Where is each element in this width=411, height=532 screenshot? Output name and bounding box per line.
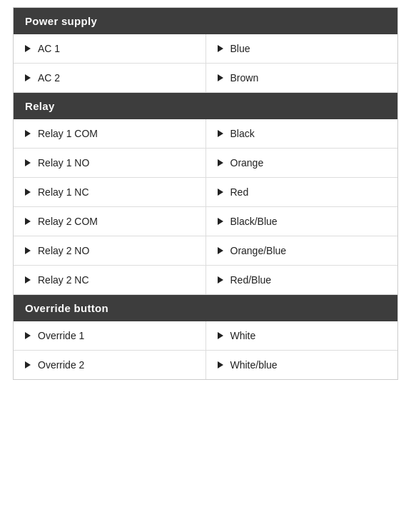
cell-left-override-button-1: Override 2	[14, 351, 206, 379]
cell-right-relay-3: Black/Blue	[206, 207, 398, 236]
cell-left-relay-0: Relay 1 COM	[14, 119, 206, 148]
cell-right-override-button-1: White/blue	[206, 351, 398, 379]
cell-value: Brown	[230, 72, 259, 84]
arrow-icon	[218, 45, 223, 52]
section-header-power-supply: Power supply	[14, 8, 397, 34]
section-header-relay: Relay	[14, 93, 397, 119]
arrow-icon	[218, 218, 223, 225]
wiring-table: Power supplyAC 1BlueAC 2BrownRelayRelay …	[13, 7, 398, 380]
table-row: Relay 1 COMBlack	[14, 119, 397, 149]
cell-left-override-button-0: Override 1	[14, 321, 206, 350]
cell-right-relay-2: Red	[206, 178, 398, 206]
cell-right-relay-0: Black	[206, 119, 398, 148]
arrow-icon	[25, 247, 31, 254]
table-row: AC 2Brown	[14, 64, 397, 93]
arrow-icon	[25, 45, 31, 52]
arrow-icon	[25, 218, 31, 225]
arrow-icon	[218, 130, 223, 137]
cell-value: Red	[230, 186, 249, 198]
cell-right-relay-4: Orange/Blue	[206, 236, 398, 265]
cell-left-relay-5: Relay 2 NC	[14, 266, 206, 294]
arrow-icon	[218, 189, 223, 196]
cell-label: Override 1	[38, 330, 84, 341]
cell-right-override-button-0: White	[206, 321, 398, 350]
arrow-icon	[25, 189, 31, 196]
table-row: Override 1White	[14, 321, 397, 351]
cell-right-power-supply-1: Brown	[206, 64, 398, 92]
cell-label: Override 2	[38, 359, 84, 371]
arrow-icon	[218, 247, 223, 254]
cell-right-power-supply-0: Blue	[206, 34, 398, 63]
table-row: Relay 2 COMBlack/Blue	[14, 207, 397, 236]
table-row: Relay 1 NOOrange	[14, 149, 397, 178]
arrow-icon	[25, 361, 31, 368]
section-header-override-button: Override button	[14, 295, 397, 321]
cell-label: Relay 2 COM	[38, 216, 98, 227]
cell-label: AC 2	[38, 72, 60, 84]
table-row: Relay 2 NCRed/Blue	[14, 266, 397, 295]
arrow-icon	[25, 159, 31, 166]
cell-value: Orange	[230, 157, 264, 169]
cell-left-relay-3: Relay 2 COM	[14, 207, 206, 236]
arrow-icon	[25, 74, 31, 81]
cell-label: Relay 2 NC	[38, 274, 89, 286]
cell-label: Relay 1 COM	[38, 128, 98, 139]
cell-label: Relay 1 NC	[38, 186, 89, 198]
arrow-icon	[218, 74, 223, 81]
cell-label: Relay 2 NO	[38, 245, 89, 256]
cell-value: Blue	[230, 43, 250, 54]
cell-value: White/blue	[230, 359, 278, 371]
cell-right-relay-5: Red/Blue	[206, 266, 398, 294]
table-row: Override 2White/blue	[14, 351, 397, 379]
arrow-icon	[25, 276, 31, 283]
arrow-icon	[218, 276, 223, 283]
cell-right-relay-1: Orange	[206, 149, 398, 177]
cell-value: Black	[230, 128, 255, 139]
cell-value: Orange/Blue	[230, 245, 287, 256]
cell-label: AC 1	[38, 43, 60, 54]
cell-value: Black/Blue	[230, 216, 278, 227]
cell-left-relay-2: Relay 1 NC	[14, 178, 206, 206]
table-row: Relay 2 NOOrange/Blue	[14, 236, 397, 266]
cell-left-relay-4: Relay 2 NO	[14, 236, 206, 265]
arrow-icon	[218, 159, 223, 166]
cell-value: White	[230, 330, 256, 341]
table-row: Relay 1 NCRed	[14, 178, 397, 207]
arrow-icon	[218, 361, 223, 368]
arrow-icon	[25, 130, 31, 137]
cell-label: Relay 1 NO	[38, 157, 89, 169]
cell-left-power-supply-0: AC 1	[14, 34, 206, 63]
cell-left-relay-1: Relay 1 NO	[14, 149, 206, 177]
cell-value: Red/Blue	[230, 274, 272, 286]
cell-left-power-supply-1: AC 2	[14, 64, 206, 92]
table-row: AC 1Blue	[14, 34, 397, 64]
arrow-icon	[218, 332, 223, 339]
arrow-icon	[25, 332, 31, 339]
